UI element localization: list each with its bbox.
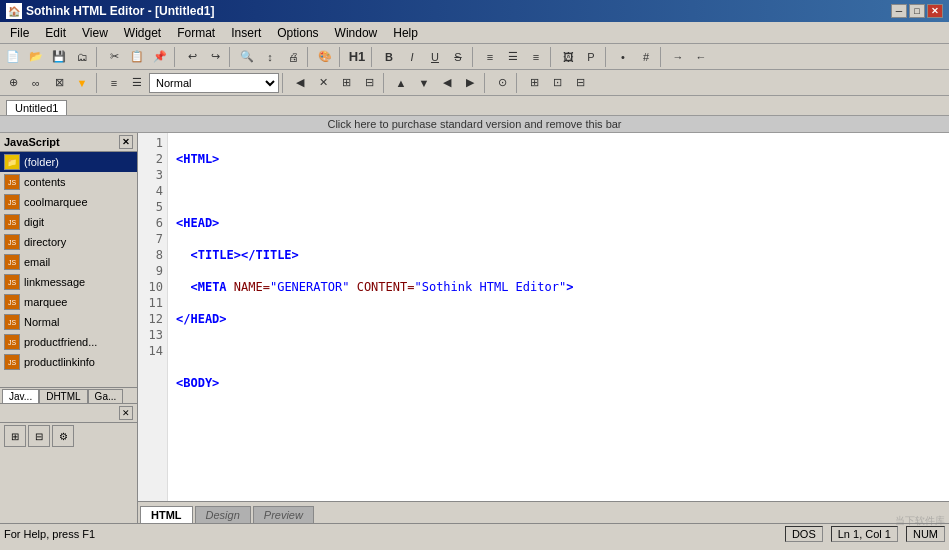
number-button[interactable]: # bbox=[635, 46, 657, 68]
strikethrough-button[interactable]: S bbox=[447, 46, 469, 68]
align-right-button[interactable]: ≡ bbox=[525, 46, 547, 68]
bottom-panel-close-button[interactable]: ✕ bbox=[119, 406, 133, 420]
doc-tabs: Untitled1 bbox=[0, 96, 949, 116]
tab-dhtml[interactable]: DHTML bbox=[39, 389, 87, 403]
code-area: 1 2 3 4 5 6 7 8 9 10 11 12 13 14 <HTML> … bbox=[138, 133, 949, 501]
left-panel-close-button[interactable]: ✕ bbox=[119, 135, 133, 149]
menu-insert[interactable]: Insert bbox=[223, 24, 269, 42]
list-item-linkmessage[interactable]: JS linkmessage bbox=[0, 272, 137, 292]
menu-file[interactable]: File bbox=[2, 24, 37, 42]
tb2-btn11[interactable]: ▲ bbox=[390, 72, 412, 94]
outdent-button[interactable]: ← bbox=[690, 46, 712, 68]
tb2-btn5[interactable]: ≡ bbox=[103, 72, 125, 94]
tab-html[interactable]: HTML bbox=[140, 506, 193, 523]
tb2-btn2[interactable]: ∞ bbox=[25, 72, 47, 94]
tb2-btn9[interactable]: ⊞ bbox=[335, 72, 357, 94]
tb2-btn8[interactable]: ✕ bbox=[312, 72, 334, 94]
close-button[interactable]: ✕ bbox=[927, 4, 943, 18]
list-item-directory[interactable]: JS directory bbox=[0, 232, 137, 252]
tab-gallery[interactable]: Ga... bbox=[88, 389, 124, 403]
list-item-contents[interactable]: JS contents bbox=[0, 172, 137, 192]
mode-section: NUM bbox=[906, 526, 945, 542]
tb2-btn3[interactable]: ⊠ bbox=[48, 72, 70, 94]
line-num-13: 13 bbox=[138, 327, 167, 343]
replace-button[interactable]: ↕ bbox=[259, 46, 281, 68]
doc-tab-untitled1[interactable]: Untitled1 bbox=[6, 100, 67, 115]
new-button[interactable]: 📄 bbox=[2, 46, 24, 68]
tb2-btn10[interactable]: ⊟ bbox=[358, 72, 380, 94]
img-button[interactable]: 🖼 bbox=[557, 46, 579, 68]
item-label-email: email bbox=[24, 256, 50, 268]
code-line-7 bbox=[176, 343, 941, 359]
line-num-2: 2 bbox=[138, 151, 167, 167]
tb2-btn7[interactable]: ◀ bbox=[289, 72, 311, 94]
code-content[interactable]: <HTML> <HEAD> <TITLE></TITLE> <META NAME… bbox=[168, 133, 949, 501]
line-num-6: 6 bbox=[138, 215, 167, 231]
list-item-folder[interactable]: 📁 (folder) bbox=[0, 152, 137, 172]
menu-options[interactable]: Options bbox=[269, 24, 326, 42]
menu-help[interactable]: Help bbox=[385, 24, 426, 42]
menu-format[interactable]: Format bbox=[169, 24, 223, 42]
menu-window[interactable]: Window bbox=[327, 24, 386, 42]
tb2-btn17[interactable]: ⊡ bbox=[546, 72, 568, 94]
list-item-normal[interactable]: JS Normal bbox=[0, 312, 137, 332]
tb2-btn15[interactable]: ⊙ bbox=[491, 72, 513, 94]
separator bbox=[383, 73, 387, 93]
code-line-1: <HTML> bbox=[176, 151, 941, 167]
item-label-digit: digit bbox=[24, 216, 44, 228]
bp-icon-3[interactable]: ⚙ bbox=[52, 425, 74, 447]
undo-button[interactable]: ↩ bbox=[181, 46, 203, 68]
heading-button[interactable]: H1 bbox=[346, 46, 368, 68]
print-button[interactable]: 🖨 bbox=[282, 46, 304, 68]
separator bbox=[550, 47, 554, 67]
list-item-digit[interactable]: JS digit bbox=[0, 212, 137, 232]
copy-button[interactable]: 📋 bbox=[126, 46, 148, 68]
tb2-btn18[interactable]: ⊟ bbox=[569, 72, 591, 94]
cut-button[interactable]: ✂ bbox=[103, 46, 125, 68]
redo-button[interactable]: ↪ bbox=[204, 46, 226, 68]
list-item-coolmarquee[interactable]: JS coolmarquee bbox=[0, 192, 137, 212]
style-dropdown[interactable]: Normal bbox=[149, 73, 279, 93]
bold-button[interactable]: B bbox=[378, 46, 400, 68]
link-button[interactable]: P bbox=[580, 46, 602, 68]
folder-label: (folder) bbox=[24, 156, 59, 168]
bp-icon-2[interactable]: ⊟ bbox=[28, 425, 50, 447]
restore-button[interactable]: □ bbox=[909, 4, 925, 18]
tb2-btn14[interactable]: ▶ bbox=[459, 72, 481, 94]
tb2-btn13[interactable]: ◀ bbox=[436, 72, 458, 94]
tb2-btn12[interactable]: ▼ bbox=[413, 72, 435, 94]
tab-design[interactable]: Design bbox=[195, 506, 251, 523]
bullet-button[interactable]: • bbox=[612, 46, 634, 68]
item-label-linkmessage: linkmessage bbox=[24, 276, 85, 288]
left-panel: JavaScript ✕ 📁 (folder) JS contents JS c… bbox=[0, 133, 138, 523]
indent-button[interactable]: → bbox=[667, 46, 689, 68]
list-item-productlinkinfo[interactable]: JS productlinkinfo bbox=[0, 352, 137, 372]
save-button[interactable]: 💾 bbox=[48, 46, 70, 68]
menu-widget[interactable]: Widget bbox=[116, 24, 169, 42]
minimize-button[interactable]: ─ bbox=[891, 4, 907, 18]
list-item-email[interactable]: JS email bbox=[0, 252, 137, 272]
italic-button[interactable]: I bbox=[401, 46, 423, 68]
tb2-btn16[interactable]: ⊞ bbox=[523, 72, 545, 94]
paste-button[interactable]: 📌 bbox=[149, 46, 171, 68]
list-item-productfriend[interactable]: JS productfriend... bbox=[0, 332, 137, 352]
menu-edit[interactable]: Edit bbox=[37, 24, 74, 42]
tb2-btn6[interactable]: ☰ bbox=[126, 72, 148, 94]
code-line-6: </HEAD> bbox=[176, 311, 941, 327]
purchase-bar[interactable]: Click here to purchase standard version … bbox=[0, 116, 949, 133]
list-item-marquee[interactable]: JS marquee bbox=[0, 292, 137, 312]
underline-button[interactable]: U bbox=[424, 46, 446, 68]
bp-icon-1[interactable]: ⊞ bbox=[4, 425, 26, 447]
save-all-button[interactable]: 🗂 bbox=[71, 46, 93, 68]
tb2-btn4[interactable]: ▼ bbox=[71, 72, 93, 94]
find-button[interactable]: 🔍 bbox=[236, 46, 258, 68]
tab-javascript-short[interactable]: Jav... bbox=[2, 389, 39, 403]
tb2-btn1[interactable]: ⊕ bbox=[2, 72, 24, 94]
color-button[interactable]: 🎨 bbox=[314, 46, 336, 68]
main-layout: JavaScript ✕ 📁 (folder) JS contents JS c… bbox=[0, 133, 949, 523]
tab-preview[interactable]: Preview bbox=[253, 506, 314, 523]
align-center-button[interactable]: ☰ bbox=[502, 46, 524, 68]
open-button[interactable]: 📂 bbox=[25, 46, 47, 68]
align-left-button[interactable]: ≡ bbox=[479, 46, 501, 68]
menu-view[interactable]: View bbox=[74, 24, 116, 42]
